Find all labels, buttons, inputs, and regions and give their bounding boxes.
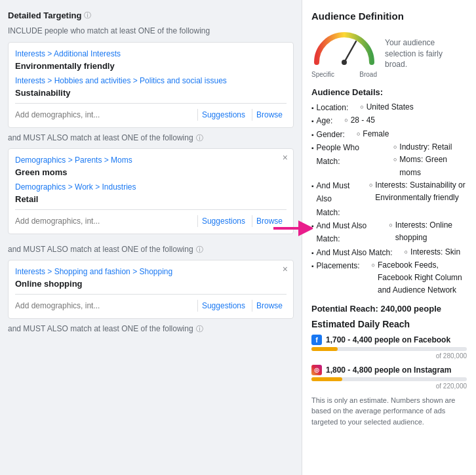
suggestions-button-3[interactable]: Suggestions [197,300,249,312]
svg-line-2 [344,41,356,62]
detailed-targeting-label: Detailed Targeting [8,10,81,20]
audience-details-list: Location: United States Age: 28 - 45 Gen… [311,101,467,297]
detail-placements: Placements: Facebook Feeds, Facebook Rig… [311,259,467,297]
targeting-box-3: × Interests > Shopping and fashion > Sho… [8,260,294,319]
detail-gender: Gender: Female [311,128,467,141]
breadcrumb-2-1: Demographics > Parents > Moms [15,155,287,165]
audience-def-title: Audience Definition [311,10,467,22]
targeting-box-2: × Demographics > Parents > Moms Green mo… [8,148,294,234]
and-must-label-2: and MUST ALSO match at least ONE of the … [8,245,294,255]
audience-details-title: Audience Details: [311,87,467,97]
instagram-max-label: of 220,000 [311,382,467,390]
box-1-footer-actions: Suggestions Browse [197,109,287,121]
facebook-reach-row: f 1,700 - 4,400 people on Facebook of 28… [311,335,467,360]
info-icon-and-2[interactable]: ⓘ [196,245,203,255]
instagram-reach-text: 1,800 - 4,800 people on Instagram [326,365,451,375]
breadcrumb-1-2: Interests > Hobbies and activities > Pol… [15,76,287,85]
facebook-bar-wrapper [311,347,467,351]
target-item-3-1: Online shopping [15,279,287,289]
detail-location: Location: United States [311,101,467,114]
breadcrumb-3-1: Interests > Shopping and fashion > Shopp… [15,267,287,276]
detailed-targeting-header: Detailed Targeting ⓘ [8,10,294,20]
potential-reach: Potential Reach: 240,000 people [311,304,467,314]
target-item-1-2: Sustainability [15,88,287,98]
reach-note: This is only an estimate. Numbers shown … [311,395,467,428]
potential-reach-value: 240,000 people [380,304,441,314]
detail-and-must-3: And Must Also Match: Interests: Skin [311,246,467,259]
instagram-bar-wrapper [311,377,467,381]
info-icon-targeting[interactable]: ⓘ [84,10,91,20]
breadcrumb-2-2: Demographics > Work > Industries [15,182,287,192]
breadcrumb-1-1: Interests > Additional Interests [15,49,287,58]
browse-button-3[interactable]: Browse [252,300,287,312]
facebook-max-label: of 280,000 [311,352,467,360]
gauge-labels: Specific Broad [311,71,377,78]
gauge-svg [311,30,377,68]
add-demographics-input-1[interactable] [15,110,197,119]
close-button-3[interactable]: × [283,264,288,274]
instagram-bar-fill [311,377,342,381]
target-item-2-1: Green moms [15,167,287,177]
pink-arrow-indicator [273,218,313,240]
facebook-reach-text: 1,700 - 4,400 people on Facebook [326,335,450,344]
box-1-footer: Suggestions Browse [15,103,287,121]
gauge-specific-label: Specific [311,71,334,78]
add-demographics-input-3[interactable] [15,301,197,310]
info-icon-and-3[interactable]: ⓘ [196,324,203,334]
box-3-footer-actions: Suggestions Browse [197,300,287,312]
gauge-wrapper: Specific Broad [311,30,377,78]
suggestions-button-1[interactable]: Suggestions [197,109,249,121]
instagram-reach-row: ◎ 1,800 - 4,800 people on Instagram of 2… [311,365,467,390]
box-3-footer: Suggestions Browse [15,294,287,312]
detail-and-must-2: And Must Also Match: Interests: Online s… [311,219,467,246]
instagram-platform: ◎ 1,800 - 4,800 people on Instagram [311,365,467,375]
right-panel: Audience Definition [302,0,476,475]
target-item-2-2: Retail [15,194,287,204]
targeting-box-1: Interests > Additional Interests Environ… [8,42,294,128]
gauge-section: Specific Broad Your audience selection i… [311,30,467,78]
info-icon-and-1[interactable]: ⓘ [196,133,203,143]
gauge-broad-label: Broad [359,71,377,78]
target-item-1-1: Environmentally friendly [15,61,287,71]
detail-age: Age: 28 - 45 [311,114,467,127]
left-panel: Detailed Targeting ⓘ INCLUDE people who … [0,0,302,475]
close-button-2[interactable]: × [283,153,288,162]
box-2-footer: Suggestions Browse [15,209,287,227]
and-must-label-3: and MUST ALSO match at least ONE of the … [8,324,294,334]
est-daily-title: Estimated Daily Reach [311,319,467,329]
include-label: INCLUDE people who match at least ONE of… [8,26,294,37]
gauge-text: Your audience selection is fairly broad. [385,37,467,70]
suggestions-button-2[interactable]: Suggestions [197,215,249,227]
facebook-platform: f 1,700 - 4,400 people on Facebook [311,335,467,345]
facebook-icon: f [311,335,322,345]
browse-button-1[interactable]: Browse [252,109,287,121]
detail-people-who-match: People Who Match: Industry: Retail Moms:… [311,141,467,179]
facebook-bar-fill [311,347,338,351]
and-must-label-1: and MUST ALSO match at least ONE of the … [8,133,294,143]
add-demographics-input-2[interactable] [15,217,197,226]
instagram-icon: ◎ [311,365,322,375]
svg-point-3 [342,60,347,65]
detail-and-must-1: And Must Also Match: Interests: Sustaina… [311,179,467,219]
